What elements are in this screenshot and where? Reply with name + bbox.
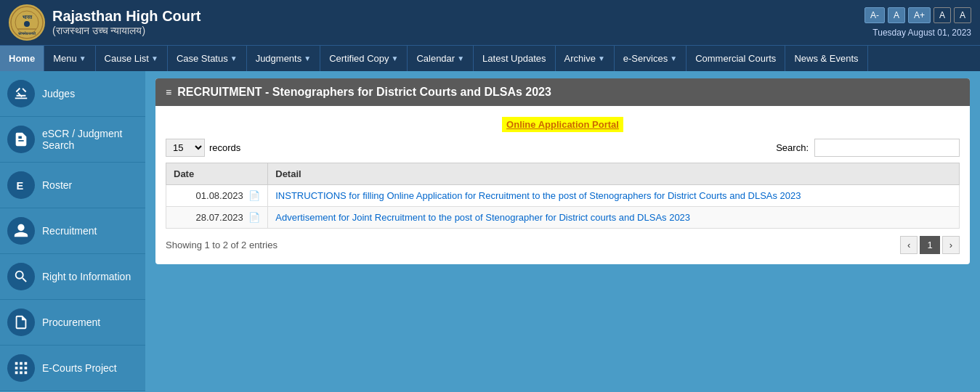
table-row: 01.08.2023 📄INSTRUCTIONS for filling Onl… bbox=[166, 185, 960, 207]
detail-link[interactable]: Advertisement for Joint Recruitment to t… bbox=[275, 212, 690, 223]
search-label: Search: bbox=[776, 142, 809, 153]
table-icon: ≡ bbox=[166, 86, 171, 98]
col-detail: Detail bbox=[268, 163, 960, 185]
chevron-down-icon: ▼ bbox=[392, 54, 399, 62]
records-label: records bbox=[209, 142, 240, 153]
pagination-controls: ‹ 1 › bbox=[900, 236, 960, 254]
nav-commercial-courts[interactable]: Commercial Courts bbox=[687, 46, 785, 71]
date-cell: 28.07.2023 📄 bbox=[166, 207, 268, 229]
main-content: Judges eSCR / Judgment Search E Roster bbox=[0, 71, 980, 391]
page-1-button[interactable]: 1 bbox=[920, 236, 939, 254]
search-row: Search: bbox=[776, 139, 960, 157]
font-contrast-button[interactable]: A bbox=[934, 7, 951, 23]
nav-archive[interactable]: Archive ▼ bbox=[556, 46, 615, 71]
court-name-hi: (राजस्थान उच्च न्यायालय) bbox=[52, 25, 201, 37]
font-normal-button[interactable]: A bbox=[888, 7, 905, 23]
header: भारत सत्यमेव जयते Rajasthan High Court (… bbox=[0, 0, 980, 45]
pdf-icon[interactable]: 📄 bbox=[248, 212, 260, 223]
nav-judgments[interactable]: Judgments ▼ bbox=[247, 46, 321, 71]
records-select-group: 15 25 50 100 records bbox=[166, 139, 240, 157]
showing-text: Showing 1 to 2 of 2 entries bbox=[166, 240, 278, 250]
procurement-icon bbox=[7, 309, 35, 336]
online-application-portal-link[interactable]: Online Application Portal bbox=[502, 117, 623, 132]
sidebar-item-escr[interactable]: eSCR / Judgment Search bbox=[0, 117, 145, 163]
search-input[interactable] bbox=[814, 139, 960, 157]
svg-point-3 bbox=[24, 21, 30, 27]
font-increase-button[interactable]: A+ bbox=[908, 7, 931, 23]
sidebar-item-roster[interactable]: E Roster bbox=[0, 163, 145, 208]
svg-text:सत्यमेव जयते: सत्यमेव जयते bbox=[17, 31, 36, 36]
navbar: Home Menu ▼ Cause List ▼ Case Status ▼ J… bbox=[0, 45, 980, 71]
portal-link-row: Online Application Portal bbox=[166, 113, 960, 139]
panel-title: RECRUITMENT - Stenographers for District… bbox=[177, 86, 551, 99]
court-name-en: Rajasthan High Court bbox=[52, 8, 201, 25]
sidebar-item-recruitment[interactable]: Recruitment bbox=[0, 208, 145, 254]
panel-header: ≡ RECRUITMENT - Stenographers for Distri… bbox=[155, 78, 970, 106]
search-icon bbox=[7, 263, 35, 290]
roster-icon: E bbox=[7, 171, 35, 199]
sidebar-roster-label: Roster bbox=[42, 179, 72, 191]
chevron-down-icon: ▼ bbox=[457, 54, 464, 62]
nav-menu[interactable]: Menu ▼ bbox=[44, 46, 95, 71]
header-right: A- A A+ A A Tuesday August 01, 2023 bbox=[864, 7, 971, 38]
chevron-down-icon: ▼ bbox=[304, 54, 311, 62]
recruitment-table: Date Detail 01.08.2023 📄INSTRUCTIONS for… bbox=[166, 163, 960, 229]
chevron-down-icon: ▼ bbox=[151, 54, 158, 62]
records-per-page-select[interactable]: 15 25 50 100 bbox=[166, 139, 205, 157]
date-cell: 01.08.2023 📄 bbox=[166, 185, 268, 207]
nav-case-status[interactable]: Case Status ▼ bbox=[168, 46, 247, 71]
sidebar-ecourts-label: E-Courts Project bbox=[42, 362, 117, 374]
sidebar: Judges eSCR / Judgment Search E Roster bbox=[0, 71, 145, 391]
col-date: Date bbox=[166, 163, 268, 185]
detail-cell: INSTRUCTIONS for filling Online Applicat… bbox=[268, 185, 960, 207]
nav-news-events[interactable]: News & Events bbox=[785, 46, 867, 71]
pdf-icon[interactable]: 📄 bbox=[248, 190, 260, 201]
content-area: ≡ RECRUITMENT - Stenographers for Distri… bbox=[145, 71, 980, 391]
detail-cell: Advertisement for Joint Recruitment to t… bbox=[268, 207, 960, 229]
detail-link[interactable]: INSTRUCTIONS for filling Online Applicat… bbox=[275, 190, 801, 201]
sidebar-judges-label: Judges bbox=[42, 88, 75, 99]
next-page-button[interactable]: › bbox=[942, 236, 960, 254]
sidebar-item-ecourts[interactable]: E-Courts Project bbox=[0, 346, 145, 391]
gavel-icon bbox=[7, 80, 35, 107]
ecourts-icon bbox=[7, 354, 35, 382]
chevron-down-icon: ▼ bbox=[79, 54, 86, 62]
svg-text:E: E bbox=[17, 180, 24, 192]
sidebar-rti-label: Right to Information bbox=[42, 271, 131, 282]
svg-text:भारत: भारत bbox=[23, 15, 33, 20]
nav-eservices[interactable]: e-Services ▼ bbox=[615, 46, 687, 71]
sidebar-item-rti[interactable]: Right to Information bbox=[0, 254, 145, 300]
sidebar-item-procurement[interactable]: Procurement bbox=[0, 300, 145, 346]
nav-home[interactable]: Home bbox=[0, 46, 44, 71]
sidebar-item-judges[interactable]: Judges bbox=[0, 71, 145, 117]
chevron-down-icon: ▼ bbox=[230, 54, 238, 62]
nav-cause-list[interactable]: Cause List ▼ bbox=[96, 46, 168, 71]
sidebar-escr-label: eSCR / Judgment Search bbox=[42, 128, 138, 151]
table-controls: 15 25 50 100 records Search: bbox=[166, 139, 960, 157]
sidebar-recruitment-label: Recruitment bbox=[42, 225, 97, 237]
font-decrease-button[interactable]: A- bbox=[864, 7, 885, 23]
document-search-icon bbox=[7, 126, 35, 153]
current-date: Tuesday August 01, 2023 bbox=[872, 28, 971, 38]
recruitment-panel: ≡ RECRUITMENT - Stenographers for Distri… bbox=[155, 78, 970, 264]
chevron-down-icon: ▼ bbox=[598, 54, 605, 62]
prev-page-button[interactable]: ‹ bbox=[900, 236, 918, 254]
pagination-row: Showing 1 to 2 of 2 entries ‹ 1 › bbox=[166, 229, 960, 257]
nav-certified-copy[interactable]: Certified Copy ▼ bbox=[320, 46, 408, 71]
court-logo: भारत सत्यमेव जयते bbox=[9, 4, 45, 41]
font-dark-button[interactable]: A bbox=[954, 7, 971, 23]
header-left: भारत सत्यमेव जयते Rajasthan High Court (… bbox=[9, 4, 201, 41]
nav-calendar[interactable]: Calendar ▼ bbox=[408, 46, 474, 71]
sidebar-procurement-label: Procurement bbox=[42, 317, 100, 328]
font-controls: A- A A+ A A bbox=[864, 7, 971, 23]
recruitment-icon bbox=[7, 217, 35, 245]
chevron-down-icon: ▼ bbox=[670, 54, 677, 62]
panel-body: Online Application Portal 15 25 50 100 r… bbox=[155, 106, 970, 264]
court-title: Rajasthan High Court (राजस्थान उच्च न्या… bbox=[52, 8, 201, 37]
table-row: 28.07.2023 📄Advertisement for Joint Recr… bbox=[166, 207, 960, 229]
nav-latest-updates[interactable]: Latest Updates bbox=[474, 46, 555, 71]
